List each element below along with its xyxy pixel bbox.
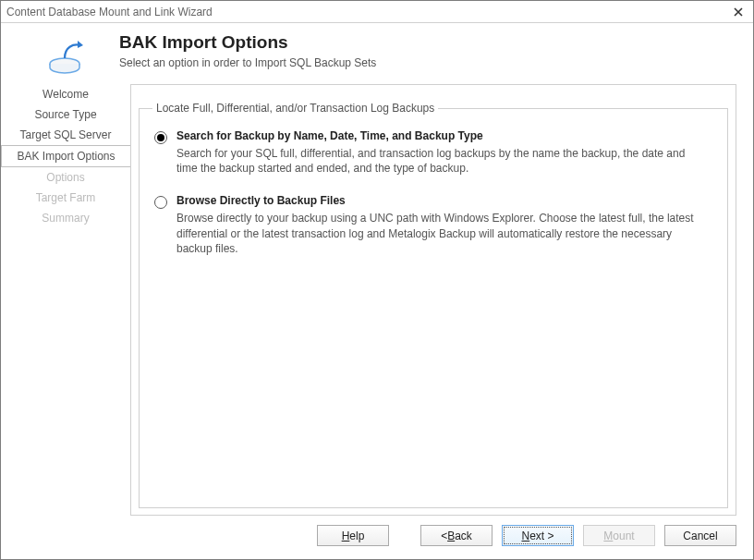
option-search-title: Search for Backup by Name, Date, Time, a… [176,129,714,142]
help-underline: H [342,530,350,542]
locate-backups-group: Locate Full, Differential, and/or Transa… [139,102,728,508]
step-target-sql-server[interactable]: Target SQL Server [1,125,130,145]
wizard-window: Content Database Mount and Link Wizard B… [0,0,754,560]
window-title: Content Database Mount and Link Wizard [6,6,213,18]
radio-browse[interactable] [154,196,167,209]
page-title: BAK Import Options [119,32,736,53]
step-welcome[interactable]: Welcome [1,84,130,104]
step-bak-import-options[interactable]: BAK Import Options [1,145,131,167]
wizard-header: BAK Import Options Select an option in o… [1,23,753,79]
next-underline: N [521,530,529,542]
page-subtitle: Select an option in order to Import SQL … [119,56,736,69]
back-underline: B [447,530,455,542]
option-browse[interactable]: Browse Directly to Backup Files Browse d… [152,194,714,256]
close-icon [734,7,743,17]
step-target-farm: Target Farm [1,188,130,208]
step-source-type[interactable]: Source Type [1,104,130,125]
close-button[interactable] [724,1,753,22]
option-search-text: Search for Backup by Name, Date, Time, a… [176,129,714,176]
option-browse-title: Browse Directly to Backup Files [176,194,714,207]
mount-button: Mount [583,525,655,546]
option-search-desc: Search for your SQL full, differential, … [176,146,714,176]
wizard-content: Locate Full, Differential, and/or Transa… [130,84,736,516]
cancel-label: Cancel [683,530,717,542]
next-button[interactable]: Next > [502,525,574,546]
next-rest: ext > [529,530,553,542]
title-bar: Content Database Mount and Link Wizard [1,1,753,23]
group-legend: Locate Full, Differential, and/or Transa… [152,102,438,115]
help-rest: elp [349,530,364,542]
mount-rest: ount [613,530,634,542]
wizard-sidebar: Welcome Source Type Target SQL Server BA… [1,79,130,516]
step-summary: Summary [1,208,130,228]
option-browse-desc: Browse directly to your backup using a U… [176,211,714,256]
wizard-body: BAK Import Options Select an option in o… [1,23,753,559]
back-rest: ack [455,530,472,542]
back-prefix: < [441,530,447,542]
option-browse-text: Browse Directly to Backup Files Browse d… [176,194,714,256]
option-search[interactable]: Search for Backup by Name, Date, Time, a… [152,129,714,176]
help-button[interactable]: Help [317,525,389,546]
radio-search[interactable] [154,131,167,144]
footer-spacer [398,525,411,546]
database-import-icon [47,36,90,75]
step-options: Options [1,167,130,188]
cancel-button[interactable]: Cancel [664,525,736,546]
wizard-icon [18,32,119,75]
wizard-middle: Welcome Source Type Target SQL Server BA… [1,79,753,516]
back-button[interactable]: < Back [420,525,493,546]
wizard-footer: Help < Back Next > Mount Cancel [1,516,753,559]
mount-underline: M [603,530,613,542]
